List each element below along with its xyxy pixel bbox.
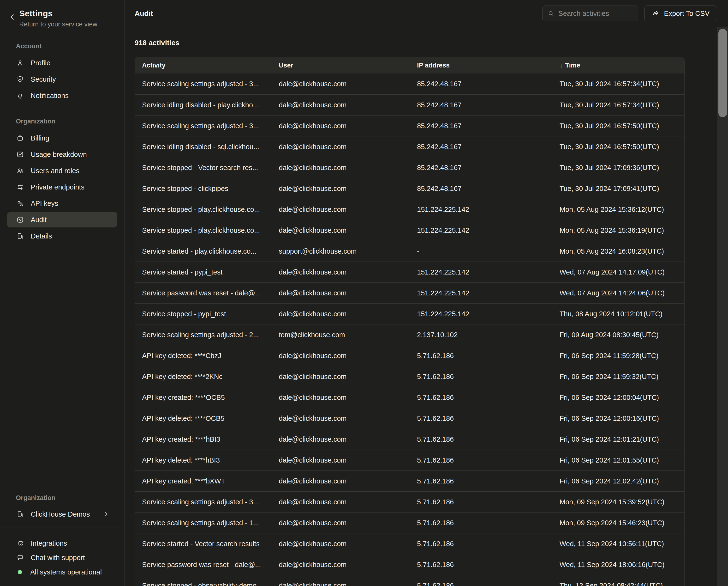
sidebar-item-integrations[interactable]: Integrations (7, 536, 117, 551)
sidebar-item-notifications[interactable]: Notifications (7, 88, 117, 103)
cell-time: Mon, 09 Sep 2024 15:46:23(UTC) (552, 513, 684, 533)
cell-time: Tue, 30 Jul 2024 16:57:50(UTC) (552, 116, 684, 136)
cell-ip: 151.224.225.142 (410, 220, 552, 241)
sidebar-item-chat-support[interactable]: Chat with support (7, 551, 117, 565)
table-row: Service idling disabled - play.clickho..… (135, 94, 684, 115)
cell-ip: 5.71.62.186 (410, 408, 552, 429)
cell-user: dale@clickhouse.com (271, 513, 410, 533)
cell-time: Fri, 06 Sep 2024 11:59:28(UTC) (552, 345, 684, 366)
sidebar-item-api-keys[interactable]: API keys (7, 196, 117, 211)
cell-user: dale@clickhouse.com (271, 178, 410, 199)
sidebar-item-users-and-roles[interactable]: Users and roles (7, 163, 117, 178)
cell-ip: 151.224.225.142 (410, 262, 552, 283)
table-row: API key deleted: ****hBI3 dale@clickhous… (135, 449, 684, 470)
export-csv-button[interactable]: Export To CSV (645, 5, 717, 21)
organization-switcher[interactable]: ClickHouse Demos (7, 507, 117, 522)
sidebar-item-label: Billing (31, 134, 49, 142)
cell-activity: Service scaling settings adjusted - 3... (135, 116, 271, 136)
table-row: API key deleted: ****OCB5 dale@clickhous… (135, 408, 684, 429)
table-row: Service password was reset - dale@... da… (135, 554, 684, 575)
cell-activity: API key deleted: ****hBI3 (135, 450, 271, 470)
sidebar-item-label: Audit (31, 216, 47, 224)
audit-content: 918 activities Activity User IP address … (125, 27, 728, 586)
cell-activity: Service stopped - play.clickhouse.co... (135, 199, 271, 220)
cell-ip: 5.71.62.186 (410, 429, 552, 449)
cell-ip: 85.242.48.167 (410, 116, 552, 136)
table-row: Service stopped - pypi_test dale@clickho… (135, 303, 684, 324)
cell-ip: 85.242.48.167 (410, 73, 552, 94)
cell-activity: Service stopped - clickpipes (135, 178, 271, 199)
cell-time: Mon, 05 Aug 2024 15:36:12(UTC) (552, 199, 684, 220)
building-icon (16, 510, 24, 518)
search-box (542, 5, 638, 21)
cell-time: Mon, 05 Aug 2024 15:36:19(UTC) (552, 220, 684, 241)
cell-ip: 5.71.62.186 (410, 387, 552, 408)
cell-ip: 85.242.48.167 (410, 157, 552, 178)
cell-activity: API key created: ****bXWT (135, 471, 271, 491)
cell-activity: Service scaling settings adjusted - 1... (135, 513, 271, 533)
table-row: Service stopped - play.clickhouse.co... … (135, 199, 684, 220)
sidebar-item-profile[interactable]: Profile (7, 55, 117, 71)
vertical-scrollbar-thumb[interactable] (719, 29, 727, 117)
sidebar-item-audit[interactable]: Audit (7, 212, 117, 227)
section-label-organization: Organization (16, 118, 124, 125)
sidebar-item-details[interactable]: Details (7, 228, 117, 244)
table-row: Service started - Vector search results … (135, 533, 684, 554)
cell-user: dale@clickhouse.com (271, 199, 410, 220)
sidebar-item-security[interactable]: Security (7, 72, 117, 87)
cell-time: Tue, 30 Jul 2024 16:57:50(UTC) (552, 137, 684, 157)
cell-ip: 5.71.62.186 (410, 450, 552, 470)
cell-user: dale@clickhouse.com (271, 533, 410, 554)
organization-name: ClickHouse Demos (31, 510, 90, 518)
vertical-scrollbar-track[interactable] (717, 27, 728, 586)
cell-time: Mon, 09 Sep 2024 15:39:52(UTC) (552, 492, 684, 512)
cell-user: dale@clickhouse.com (271, 554, 410, 575)
cell-time: Tue, 30 Jul 2024 17:09:36(UTC) (552, 157, 684, 178)
cell-time: Fri, 06 Sep 2024 11:59:32(UTC) (552, 366, 684, 387)
users-icon (16, 167, 24, 175)
sidebar-item-label: Security (31, 75, 56, 83)
cell-user: dale@clickhouse.com (271, 450, 410, 470)
cell-activity: Service started - play.clickhouse.co... (135, 241, 271, 262)
cell-user: dale@clickhouse.com (271, 220, 410, 241)
cell-user: dale@clickhouse.com (271, 387, 410, 408)
column-header-activity: Activity (135, 57, 271, 73)
system-status-link[interactable]: All systems operational (7, 565, 117, 579)
search-input[interactable] (558, 9, 633, 18)
settings-sidebar: Settings Return to your service view Acc… (0, 0, 125, 586)
cell-time: Wed, 07 Aug 2024 14:17:09(UTC) (552, 262, 684, 283)
cell-user: tom@clickhouse.com (271, 324, 410, 345)
status-label: All systems operational (30, 568, 102, 576)
cell-ip: 5.71.62.186 (410, 492, 552, 512)
table-row: Service stopped - clickpipes dale@clickh… (135, 178, 684, 199)
table-row: API key deleted: ****CbzJ dale@clickhous… (135, 345, 684, 366)
cell-activity: Service idling disabled - sql.clickhou..… (135, 137, 271, 157)
page-title: Audit (135, 9, 153, 18)
cell-activity: Service password was reset - dale@... (135, 283, 271, 303)
sidebar-item-usage-breakdown[interactable]: Usage breakdown (7, 147, 117, 162)
column-header-time[interactable]: ↓ Time (552, 57, 684, 73)
back-chevron-icon[interactable] (9, 13, 15, 21)
table-header-row: Activity User IP address ↓ Time (135, 57, 684, 73)
cell-time: Wed, 11 Sep 2024 18:06:16(UTC) (552, 554, 684, 575)
bell-icon (16, 92, 24, 99)
sidebar-item-private-endpoints[interactable]: Private endpoints (7, 179, 117, 195)
section-label-account: Account (16, 43, 124, 50)
sidebar-item-label: Details (31, 232, 52, 240)
sort-desc-arrow-icon: ↓ (560, 62, 563, 69)
sidebar-item-label: Chat with support (31, 554, 85, 562)
export-arrow-icon (652, 9, 659, 17)
sidebar-divider (0, 527, 124, 528)
cell-activity: Service scaling settings adjusted - 2... (135, 324, 271, 345)
cell-user: dale@clickhouse.com (271, 283, 410, 303)
cell-activity: API key deleted: ****OCB5 (135, 408, 271, 429)
sidebar-item-label: Profile (31, 59, 50, 67)
sidebar-item-billing[interactable]: Billing (7, 130, 117, 146)
cell-user: dale@clickhouse.com (271, 95, 410, 115)
cell-time: Fri, 09 Aug 2024 08:30:45(UTC) (552, 324, 684, 345)
sidebar-item-label: API keys (31, 200, 58, 207)
activities-count: 918 activities (135, 39, 728, 47)
cell-time: Fri, 06 Sep 2024 12:00:16(UTC) (552, 408, 684, 429)
table-row: Service scaling settings adjusted - 2...… (135, 324, 684, 345)
cell-time: Fri, 06 Sep 2024 12:00:04(UTC) (552, 387, 684, 408)
